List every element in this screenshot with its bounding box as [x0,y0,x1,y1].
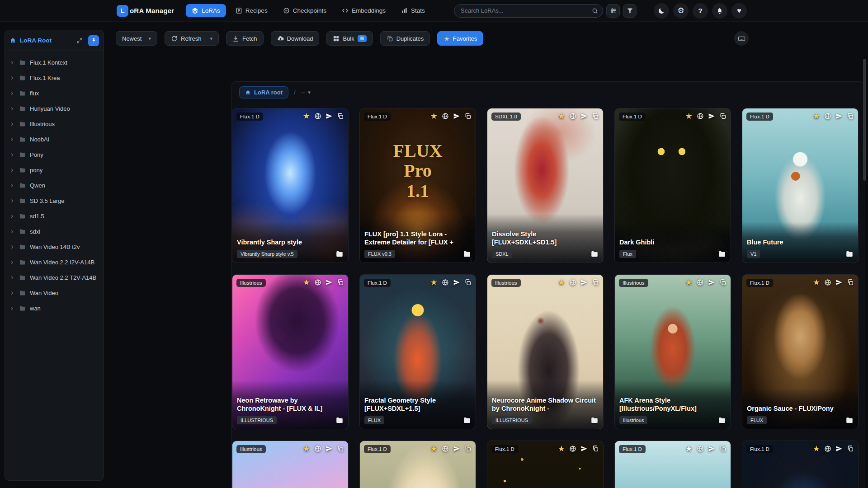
move-folder-icon[interactable] [845,250,854,258]
filter-sliders-button[interactable] [606,4,620,18]
globe-icon[interactable] [442,445,449,452]
favorites-filter-button[interactable]: ★ Favorites [437,31,483,46]
sidebar-item-wan-video-14b-t2v[interactable]: › Wan Video 14B t2v [5,239,104,254]
globe-icon[interactable] [442,279,449,286]
sidebar-item-noobai[interactable]: › NoobAI [5,131,104,147]
favorites-heart-button[interactable]: ♥ [731,3,747,19]
send-icon[interactable] [580,445,588,452]
copy-icon[interactable] [592,445,599,452]
duplicates-button[interactable]: Duplicates [380,31,430,46]
version-tag[interactable]: SDXL [492,250,512,258]
chevron-right-icon[interactable]: › [11,151,15,158]
favorite-star-icon[interactable]: ★ [430,445,438,453]
sidebar-item-wan-video-2-2-i2v-a14b[interactable]: › Wan Video 2.2 I2V-A14B [5,254,104,270]
chevron-right-icon[interactable]: › [11,166,15,174]
chevron-right-icon[interactable]: › [11,136,15,143]
move-folder-icon[interactable] [590,250,599,258]
copy-icon[interactable] [719,279,726,286]
lora-card-4[interactable]: Flux.1 D ★ Dark Ghibli Flux [614,108,731,263]
globe-icon[interactable] [314,113,321,120]
chevron-right-icon[interactable]: › [11,197,15,204]
chevron-right-icon[interactable]: › [11,120,15,127]
version-tag[interactable]: ILLUSTRIOUS [492,416,532,424]
sidebar-item-flux[interactable]: › flux [5,85,104,101]
send-icon[interactable] [326,113,333,120]
favorite-star-icon[interactable]: ★ [303,445,310,453]
sidebar-item-wan-video[interactable]: › Wan Video [5,285,104,300]
lora-card-12[interactable]: Flux.1 D ★ [359,441,476,488]
nav-item-loras[interactable]: LoRAs [186,4,226,17]
send-icon[interactable] [708,445,715,452]
filter-funnel-button[interactable] [623,4,637,18]
copy-icon[interactable] [464,279,472,286]
send-icon[interactable] [708,113,715,120]
sidebar-item-sdxl[interactable]: › sdxl [5,224,104,239]
download-button[interactable]: Download [271,31,320,46]
sidebar-root-label[interactable]: LoRA Root [20,37,73,44]
send-icon[interactable] [835,445,843,452]
fetch-button[interactable]: Fetch [226,31,264,46]
version-tag[interactable]: ILLUSTRIOUS [237,416,277,424]
refresh-dropdown-caret[interactable]: ▾ [210,36,213,41]
refresh-button[interactable]: Refresh ▾ [165,31,219,46]
favorite-star-icon[interactable]: ★ [303,112,310,120]
copy-icon[interactable] [337,113,344,120]
move-folder-icon[interactable] [718,416,726,424]
move-folder-icon[interactable] [718,250,726,258]
chevron-right-icon[interactable]: › [11,274,15,281]
chevron-right-icon[interactable]: › [11,289,15,296]
favorite-star-icon[interactable]: ★ [430,278,438,286]
chevron-right-icon[interactable]: › [11,305,15,312]
send-icon[interactable] [453,445,460,452]
version-tag[interactable]: Vibrantly Sharp style v.5 [237,250,297,258]
chevron-right-icon[interactable]: › [11,182,15,189]
move-folder-icon[interactable] [463,416,471,424]
sidebar-item-hunyuan-video[interactable]: › Hunyuan Video [5,101,104,116]
globe-icon[interactable] [442,113,449,120]
version-tag[interactable]: FLUX [364,416,384,424]
lora-card-14[interactable]: Flux.1 D ★ [614,441,731,488]
favorite-star-icon[interactable]: ★ [813,112,820,120]
chevron-right-icon[interactable]: › [11,228,15,235]
lora-card-7[interactable]: Flux.1 D ★ Fractal Geometry Style [FLUX+… [359,274,476,429]
copy-icon[interactable] [337,445,344,452]
nav-item-embeddings[interactable]: Embeddings [336,4,392,17]
lora-card-10[interactable]: Flux.1 D ★ Organic Sauce - FLUX/Pony FLU… [742,274,859,429]
globe-icon[interactable] [824,279,831,286]
favorite-star-icon[interactable]: ★ [685,445,693,453]
sidebar-item-wan-video-2-2-t2v-a14b[interactable]: › Wan Video 2.2 T2V-A14B [5,270,104,285]
sidebar-item-sd-3-5-large[interactable]: › SD 3.5 Large [5,193,104,208]
sidebar-item-pony[interactable]: › Pony [5,147,104,162]
sidebar-item-sd1-5[interactable]: › sd1.5 [5,208,104,224]
send-icon[interactable] [580,279,588,286]
lora-card-9[interactable]: Illustrious ★ AFK Arena Style [Illustrio… [614,274,731,429]
nav-item-checkpoints[interactable]: Checkpoints [277,4,332,17]
version-tag[interactable]: Flux [619,250,636,258]
window-scrollbar[interactable] [863,59,866,181]
globe-icon[interactable] [697,445,704,452]
favorite-star-icon[interactable]: ★ [813,278,820,286]
sort-select[interactable]: Newest ▾ [116,31,157,46]
version-tag[interactable]: FLUX [747,416,767,424]
settings-button[interactable]: ⚙ [673,3,689,19]
chevron-right-icon[interactable]: › [11,105,15,112]
move-folder-icon[interactable] [335,416,344,424]
favorite-star-icon[interactable]: ★ [558,278,565,286]
globe-icon[interactable] [314,445,321,452]
globe-icon[interactable] [569,113,576,120]
copy-icon[interactable] [847,113,854,120]
globe-icon[interactable] [569,279,576,286]
version-tag[interactable]: V1 [747,250,760,258]
send-icon[interactable] [835,279,843,286]
chevron-right-icon[interactable]: › [11,89,15,97]
move-folder-icon[interactable] [463,250,471,258]
expand-tree-button[interactable] [76,37,85,45]
copy-icon[interactable] [719,113,726,120]
lora-card-3[interactable]: SDXL 1.0 ★ Dissolve Style [FLUX+SDXL+SD1… [487,108,604,263]
favorite-star-icon[interactable]: ★ [430,112,438,120]
move-folder-icon[interactable] [335,250,344,258]
chevron-right-icon[interactable]: › [11,59,15,66]
sidebar-item-pony[interactable]: › pony [5,162,104,178]
keyboard-shortcuts-button[interactable] [734,31,749,46]
bulk-button[interactable]: Bulk B [326,31,373,46]
